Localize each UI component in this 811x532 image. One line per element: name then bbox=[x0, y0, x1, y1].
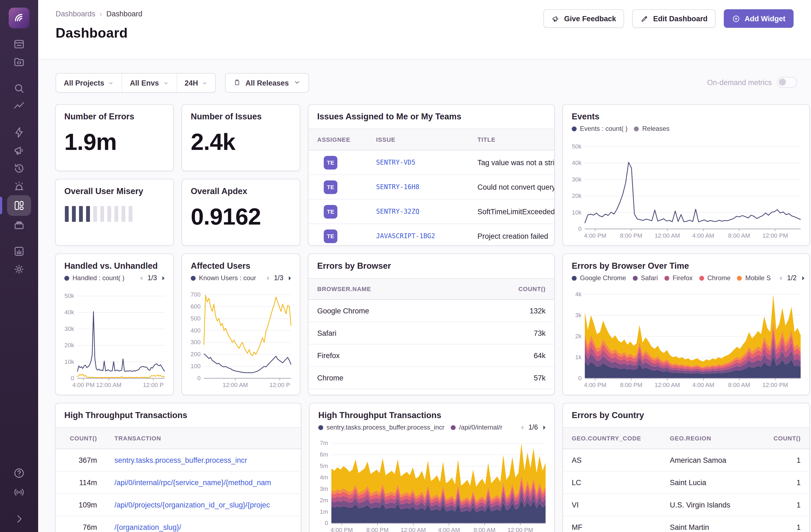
toggle-knob bbox=[779, 78, 786, 85]
legend-item[interactable]: Handled : count( ) bbox=[64, 274, 124, 282]
sidebar-item-help[interactable] bbox=[7, 464, 31, 482]
pagination-prev-icon[interactable] bbox=[519, 424, 526, 431]
legend-item[interactable]: Google Chrome bbox=[572, 274, 626, 282]
give-feedback-button[interactable]: Give Feedback bbox=[544, 9, 624, 28]
sidebar-item-performance[interactable] bbox=[7, 123, 31, 141]
legend-label: /api/0/internal/r bbox=[459, 424, 503, 431]
widget-title: Number of Errors bbox=[56, 105, 173, 122]
assignee-badge[interactable]: TE bbox=[324, 229, 337, 243]
megaphone-icon bbox=[13, 144, 25, 156]
projects-icon bbox=[13, 56, 25, 68]
issues-icon bbox=[13, 38, 25, 50]
pagination-page: 1/2 bbox=[787, 274, 797, 282]
svg-text:10k: 10k bbox=[572, 209, 582, 216]
table-cell: 1 bbox=[760, 478, 809, 486]
sidebar-item-replays[interactable] bbox=[7, 159, 31, 177]
sidebar-item-stats[interactable] bbox=[7, 242, 31, 260]
issue-row: TESENTRY-VD5Tag value was not a strin bbox=[308, 150, 554, 175]
transaction-link[interactable]: /api/0/internal/rpc/{service_name}/{meth… bbox=[106, 478, 301, 486]
table-header: ASSIGNEEISSUETITLE bbox=[308, 128, 554, 150]
legend-dot-icon bbox=[318, 425, 323, 430]
filter-all-envs[interactable]: All Envs bbox=[122, 74, 177, 92]
legend-item[interactable]: sentry.tasks.process_buffer.process_incr bbox=[318, 424, 444, 431]
svg-text:0: 0 bbox=[578, 225, 582, 232]
pagination-prev-icon[interactable] bbox=[777, 274, 784, 282]
table-cell: Saint Lucia bbox=[661, 478, 760, 486]
filter-all-projects[interactable]: All Projects bbox=[56, 74, 122, 92]
legend-item[interactable]: Mobile S bbox=[737, 274, 771, 282]
legend-item[interactable]: Known Users : cour bbox=[191, 274, 256, 282]
pagination-prev-icon[interactable] bbox=[264, 274, 271, 282]
legend-item[interactable]: Safari bbox=[632, 274, 658, 282]
sidebar-item-explore[interactable] bbox=[7, 97, 31, 115]
pencil-icon bbox=[641, 14, 649, 22]
sidebar-item-search[interactable] bbox=[7, 79, 31, 97]
misery-bar bbox=[107, 206, 111, 222]
transaction-link[interactable]: sentry.tasks.process_buffer.process_incr bbox=[106, 456, 301, 464]
box-icon bbox=[233, 78, 241, 88]
sidebar-item-whats-new[interactable] bbox=[7, 483, 31, 501]
add-widget-button[interactable]: Add Widget bbox=[724, 9, 794, 28]
widget-errors-by-browser-over-time: Errors by Browser Over Time Google Chrom… bbox=[563, 254, 810, 395]
widget-title: Errors by Country bbox=[563, 404, 809, 420]
svg-text:5m: 5m bbox=[320, 462, 328, 469]
svg-text:20k: 20k bbox=[65, 342, 74, 349]
assignee-badge[interactable]: TE bbox=[324, 205, 337, 218]
megaphone-icon bbox=[552, 14, 560, 22]
sidebar-item-projects[interactable] bbox=[7, 53, 31, 71]
sentry-logo-icon[interactable] bbox=[9, 7, 29, 28]
legend-dot-icon bbox=[664, 275, 669, 280]
on-demand-metrics-toggle[interactable] bbox=[777, 77, 797, 88]
widget-title: Overall Apdex bbox=[182, 179, 300, 196]
legend-item[interactable]: Firefox bbox=[664, 274, 692, 282]
svg-text:30k: 30k bbox=[572, 176, 582, 183]
edit-dashboard-button[interactable]: Edit Dashboard bbox=[632, 9, 716, 28]
issue-link[interactable]: SENTRY-32ZQ bbox=[367, 208, 469, 215]
svg-text:4:00 PM: 4:00 PM bbox=[584, 382, 606, 389]
issue-link[interactable]: SENTRY-16H8 bbox=[367, 183, 469, 191]
pagination-next-icon[interactable] bbox=[286, 274, 293, 282]
widget-overall-apdex: Overall Apdex 0.9162 bbox=[182, 179, 300, 246]
table-row: ASAmerican Samoa1 bbox=[563, 449, 809, 471]
legend-dot-icon bbox=[64, 275, 69, 280]
sidebar-item-dashboards[interactable] bbox=[7, 195, 31, 216]
table-row: Firefox64k bbox=[308, 345, 554, 367]
pagination-next-icon[interactable] bbox=[160, 274, 167, 282]
transaction-link[interactable]: /api/0/projects/{organization_id_or_slug… bbox=[106, 501, 301, 509]
replay-icon bbox=[13, 162, 25, 174]
releases-filter-button[interactable]: All Releases bbox=[225, 73, 309, 93]
legend-item[interactable]: Chrome bbox=[699, 274, 731, 282]
legend-label: Chrome bbox=[707, 274, 731, 282]
svg-text:40k: 40k bbox=[572, 159, 582, 166]
breadcrumb-dashboards-link[interactable]: Dashboards bbox=[56, 10, 95, 18]
legend-item[interactable]: /api/0/internal/r bbox=[451, 424, 503, 431]
sidebar-item-collapse[interactable] bbox=[7, 510, 31, 528]
svg-text:12:00 AM: 12:00 AM bbox=[401, 527, 426, 532]
chevron-right-icon bbox=[13, 513, 25, 525]
assignee-badge[interactable]: TE bbox=[324, 180, 337, 194]
pagination-next-icon[interactable] bbox=[541, 424, 548, 431]
svg-text:100: 100 bbox=[190, 363, 201, 369]
transaction-link[interactable]: /{organization_slug}/ bbox=[106, 523, 301, 531]
sidebar-item-issues[interactable] bbox=[7, 35, 31, 53]
issue-link[interactable]: JAVASCRIPT-1BG2 bbox=[367, 232, 469, 240]
issue-link[interactable]: SENTRY-VD5 bbox=[367, 158, 469, 166]
assignee-badge[interactable]: TE bbox=[324, 156, 337, 169]
explore-icon bbox=[13, 100, 25, 112]
pagination-prev-icon[interactable] bbox=[138, 274, 145, 282]
widget-high-throughput-transactions-table: High Throughput Transactions COUNT()TRAN… bbox=[55, 403, 302, 532]
sidebar-item-settings[interactable] bbox=[7, 260, 31, 278]
sidebar-item-feedback[interactable] bbox=[7, 141, 31, 159]
sidebar-item-releases[interactable] bbox=[7, 216, 31, 234]
column-header: COUNT() bbox=[56, 435, 106, 442]
pagination-next-icon[interactable] bbox=[799, 274, 806, 282]
high-throughput-table: COUNT()TRANSACTION367msentry.tasks.proce… bbox=[56, 427, 301, 532]
legend-pagination: 1/3 bbox=[264, 274, 293, 282]
svg-text:8:00 AM: 8:00 AM bbox=[474, 527, 496, 532]
legend-item[interactable]: Events : count( ) bbox=[572, 125, 628, 133]
svg-text:0: 0 bbox=[578, 375, 582, 382]
legend-item[interactable]: Releases bbox=[634, 125, 670, 133]
filter-24h[interactable]: 24H bbox=[177, 74, 216, 92]
sidebar-item-alerts[interactable] bbox=[7, 177, 31, 195]
widget-high-throughput-transactions-chart: High Throughput Transactions sentry.task… bbox=[309, 403, 555, 532]
